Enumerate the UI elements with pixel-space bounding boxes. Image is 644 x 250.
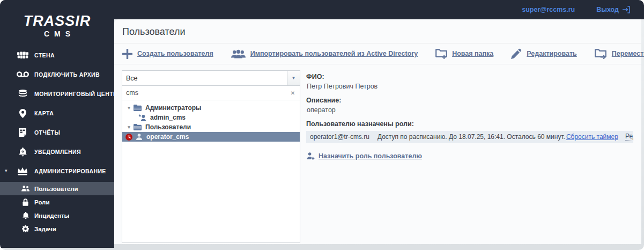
fio-value: Петр Петрович Петров <box>306 83 633 90</box>
sidebar-item-label: Пользователи <box>34 186 78 192</box>
logo: TRASSIR CMS <box>0 13 114 38</box>
sidebar-item-label: УВЕДОМЛЕНИЯ <box>34 149 81 155</box>
logout-icon <box>623 6 630 13</box>
tree-expander-icon[interactable]: ▾ <box>126 106 132 111</box>
search-bar: ✕ <box>122 86 300 100</box>
filter-dropdown[interactable]: Все ▼ <box>122 71 300 86</box>
sidebar-item-tasks[interactable]: Задачи <box>0 222 114 236</box>
move-to-button[interactable]: Переместить в... <box>595 48 644 59</box>
description-value: оператор <box>306 106 633 114</box>
bell-icon <box>21 212 30 219</box>
sidebar-item-map[interactable]: КАРТА <box>0 104 114 123</box>
search-input[interactable] <box>122 89 286 97</box>
role-schedule-text: Доступ по расписанию. До 18.07.25, 16:41… <box>377 133 565 141</box>
folder-arrow-icon <box>595 48 607 59</box>
sidebar-item-label: АДМИНИСТРИРОВАНИЕ <box>34 168 106 174</box>
sidebar-item-notifications[interactable]: УВЕДОМЛЕНИЯ <box>0 142 114 161</box>
sidebar-item-label: ПОДКЛЮЧИТЬ АРХИВ <box>34 71 100 78</box>
users-icon <box>21 186 30 192</box>
sidebar-item-label: Задачи <box>34 226 56 232</box>
main-content: Пользователи Создать пользователя Импорт… <box>114 19 641 244</box>
dropdown-arrow-icon[interactable]: ▼ <box>287 71 300 85</box>
user-group-icon <box>231 49 246 58</box>
tree-folder-label: Пользователи <box>145 123 191 131</box>
sidebar-item-wall[interactable]: СТЕНА <box>0 46 114 65</box>
sidebar-item-incidents[interactable]: Инциденты <box>0 209 114 222</box>
archive-reel-icon <box>16 71 29 78</box>
sidebar-item-connect-archive[interactable]: ПОДКЛЮЧИТЬ АРХИВ <box>0 65 114 84</box>
edit-role-link[interactable]: Редактировать <box>625 133 633 141</box>
new-folder-button[interactable]: Новая папка <box>435 48 493 59</box>
sidebar-item-administration[interactable]: ▾ АДМИНИСТРИРОВАНИЕ <box>0 161 114 181</box>
folder-plus-icon <box>435 48 447 59</box>
logout-button[interactable]: Выход <box>596 6 630 13</box>
tree-user-admin[interactable]: admin_cms <box>122 113 300 122</box>
users-tree-panel: Все ▼ ✕ ▾ Администраторы <box>122 70 300 243</box>
tree-folder-users[interactable]: ▾ Пользователи <box>122 122 300 132</box>
admin-user-icon <box>138 114 146 121</box>
user-details-panel: ФИО: Петр Петрович Петров Описание: опер… <box>300 70 633 243</box>
reset-timer-link[interactable]: Сбросить таймер <box>566 133 618 141</box>
lock-icon <box>21 198 30 206</box>
toolbar: Создать пользователя Импортировать польз… <box>114 43 641 64</box>
filter-dropdown-value: Все <box>122 71 287 85</box>
crown-icon <box>16 167 29 175</box>
timer-icon <box>125 134 132 141</box>
content-body: Все ▼ ✕ ▾ Администраторы <box>114 64 641 244</box>
description-label: Описание: <box>306 97 633 104</box>
user-icon <box>136 134 142 140</box>
sidebar-item-reports[interactable]: ОТЧЁТЫ <box>0 123 114 142</box>
tree-user-operator[interactable]: operator_cms <box>122 132 300 142</box>
edit-label: Редактировать <box>527 50 576 57</box>
plus-icon <box>122 49 132 59</box>
assign-role-label: Назначить роль пользователю <box>319 152 422 160</box>
users-tree: ▾ Администраторы admin_cms ▾ <box>122 100 300 142</box>
import-users-button[interactable]: Импортировать пользователей из Active Di… <box>231 49 418 58</box>
account-email: super@rccms.ru <box>522 6 575 13</box>
tree-user-label: admin_cms <box>150 114 186 121</box>
user-plus-icon <box>306 152 315 160</box>
sidebar-item-label: ОТЧЁТЫ <box>34 129 60 136</box>
sidebar-item-label: КАРТА <box>34 110 54 116</box>
sidebar-item-monitoring-center[interactable]: МОНИТОРИНГОВЫЙ ЦЕНТР <box>0 84 114 104</box>
database-icon <box>16 90 29 98</box>
role-row: operator1@tr-cms.ru Доступ по расписанию… <box>306 131 633 143</box>
sidebar-item-label: Роли <box>34 199 50 205</box>
map-pin-icon <box>16 109 29 118</box>
chevron-down-icon: ▾ <box>5 168 8 173</box>
assigned-roles-label: Пользователю назначены роли: <box>306 120 633 128</box>
administration-submenu: Пользователи Роли Инциденты <box>0 182 114 236</box>
sidebar-item-users[interactable]: Пользователи <box>0 182 114 195</box>
create-user-button[interactable]: Создать пользователя <box>122 49 213 59</box>
role-account: operator1@tr-cms.ru <box>310 133 369 141</box>
app-window: super@rccms.ru Выход TRASSIR CMS СТЕНА <box>0 0 644 250</box>
tree-folder-administrators[interactable]: ▾ Администраторы <box>122 103 300 113</box>
fio-label: ФИО: <box>306 73 633 80</box>
sidebar-item-label: МОНИТОРИНГОВЫЙ ЦЕНТР <box>34 91 117 97</box>
assign-role-button[interactable]: Назначить роль пользователю <box>306 152 422 160</box>
pencil-icon <box>511 48 522 59</box>
report-icon <box>16 128 29 137</box>
tree-expander-icon[interactable]: ▾ <box>126 125 132 130</box>
move-to-label: Переместить в... <box>612 50 644 57</box>
sidebar-item-label: Инциденты <box>34 212 69 219</box>
sidebar: TRASSIR CMS СТЕНА ПОДКЛЮЧИТЬ АРХИВ МОН <box>0 0 114 248</box>
folder-icon <box>134 105 142 111</box>
new-folder-label: Новая папка <box>452 50 493 57</box>
brand-logo: TRASSIR <box>0 13 114 29</box>
gear-icon <box>21 225 30 232</box>
page-title: Пользователи <box>114 19 641 43</box>
edit-button[interactable]: Редактировать <box>511 48 576 59</box>
import-users-label: Импортировать пользователей из Active Di… <box>250 50 418 57</box>
create-user-label: Создать пользователя <box>137 50 213 57</box>
bell-icon <box>16 148 29 157</box>
video-wall-icon <box>16 52 29 59</box>
tree-user-label: operator_cms <box>146 133 189 141</box>
clear-search-icon[interactable]: ✕ <box>286 90 300 96</box>
product-logo: CMS <box>0 30 114 38</box>
logout-label: Выход <box>596 6 619 13</box>
sidebar-item-label: СТЕНА <box>34 52 55 58</box>
sidebar-item-roles[interactable]: Роли <box>0 195 114 209</box>
sidebar-menu: СТЕНА ПОДКЛЮЧИТЬ АРХИВ МОНИТОРИНГОВЫЙ ЦЕ… <box>0 46 114 236</box>
tree-folder-label: Администраторы <box>145 104 201 112</box>
